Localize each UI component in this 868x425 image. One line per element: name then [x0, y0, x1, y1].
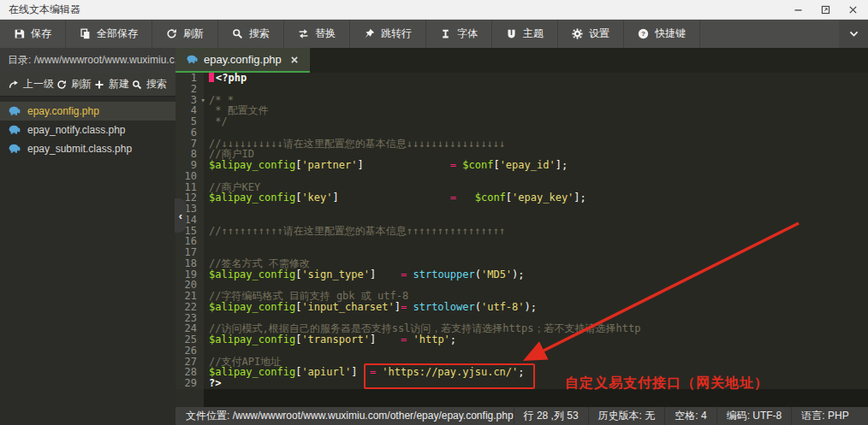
toolbar-button-label: 设置: [589, 27, 609, 41]
code-line-9[interactable]: 9$alipay_config['partner'] = $conf['epay…: [175, 160, 868, 171]
code-line-7[interactable]: 7//↓↓↓↓↓↓↓↓↓↓请在这里配置您的基本信息↓↓↓↓↓↓↓↓↓↓↓↓↓↓↓…: [175, 139, 868, 150]
code-line-3[interactable]: 3▾/* *: [175, 95, 868, 106]
maximize-button[interactable]: [818, 3, 832, 16]
line-number: 4: [175, 105, 204, 116]
status-file-location: 文件位置: /www/wwwroot/www.wuximiu.com/other…: [186, 409, 514, 423]
file-item-epay-notify-class-php[interactable]: epay_notify.class.php: [0, 121, 175, 139]
search-icon: [232, 28, 243, 39]
line-number: 1: [175, 73, 204, 84]
file-item-epay-submit-class-php[interactable]: epay_submit.class.php: [0, 139, 175, 158]
line-number: 17: [175, 247, 204, 258]
window-controls: [791, 3, 868, 16]
line-number: 10: [175, 171, 204, 182]
file-sidebar: 上一级刷新新建搜索 epay.config.phpepay_notify.cla…: [0, 73, 175, 425]
line-number: 18: [175, 258, 204, 269]
hotkeys-icon: ?: [638, 28, 649, 39]
code-line-4[interactable]: 4 * 配置文件: [175, 105, 868, 116]
line-number: 3▾: [175, 95, 204, 106]
code-line-10[interactable]: 10: [175, 171, 868, 182]
tab-close-button[interactable]: [290, 56, 299, 64]
minimize-button[interactable]: [791, 3, 805, 16]
code-line-15[interactable]: 15//↑↑↑↑↑↑↑↑↑↑请在这里配置您的基本信息↑↑↑↑↑↑↑↑↑↑↑↑↑↑…: [175, 226, 868, 237]
file-item-epay-config-php[interactable]: epay.config.php: [0, 102, 175, 121]
code-line-19[interactable]: 19$alipay_config['sign_type'] = strtoupp…: [175, 269, 868, 280]
toolbar-button-theme[interactable]: 主题: [492, 20, 558, 48]
line-number: 8: [175, 149, 204, 160]
search-icon: [132, 80, 142, 90]
toolbar-button-label: 跳转行: [381, 27, 412, 41]
editor-bottom-strip: [175, 389, 868, 407]
toolbar-button-label: 搜索: [249, 27, 270, 41]
sidebar-button-label: 新建: [109, 77, 129, 91]
code-area[interactable]: 1<?php23▾/* *4 * 配置文件5 */67//↓↓↓↓↓↓↓↓↓↓请…: [175, 73, 868, 389]
sidebar-collapse-handle[interactable]: ‹: [175, 198, 187, 233]
code-line-1[interactable]: 1<?php: [175, 73, 868, 84]
app-window: 在线文本编辑器 保存全部保存刷新搜索替换跳转行字体主题设置?快捷键 目录: /w…: [0, 0, 868, 425]
toolbar-button-label: 主题: [523, 27, 544, 41]
php-file-icon: [187, 54, 198, 65]
close-icon: [847, 4, 859, 15]
php-file-icon: [9, 106, 21, 116]
sidebar-toolbar: 上一级刷新新建搜索: [0, 73, 175, 97]
sidebar-button-label: 刷新: [71, 77, 92, 91]
close-button[interactable]: [846, 3, 859, 16]
code-editor[interactable]: 1<?php23▾/* *4 * 配置文件5 */67//↓↓↓↓↓↓↓↓↓↓请…: [175, 73, 868, 425]
toolbar-button-label: 全部保存: [97, 27, 138, 41]
replace-icon: [298, 28, 309, 39]
code-line-22[interactable]: 22$alipay_config['input_charset']= strto…: [175, 302, 868, 313]
code-line-2[interactable]: 2: [175, 84, 868, 95]
window-title: 在线文本编辑器: [0, 3, 791, 17]
status-encoding: 编码: UTF-8: [716, 407, 792, 425]
fold-caret-icon[interactable]: ▾: [201, 95, 205, 106]
code-line-content: [204, 236, 209, 247]
tab-epay-config-php[interactable]: epay.config.php: [175, 48, 310, 73]
title-bar: 在线文本编辑器: [0, 0, 868, 20]
font-icon: [440, 28, 451, 39]
code-line-5[interactable]: 5 */: [175, 116, 868, 127]
toolbar-button-font[interactable]: 字体: [426, 20, 492, 48]
toolbar-button-settings[interactable]: 设置: [558, 20, 624, 48]
toolbar-button-save-all[interactable]: 全部保存: [66, 20, 152, 48]
goto-line-icon: [364, 28, 375, 39]
code-line-content: $alipay_config['input_charset']= strtolo…: [204, 302, 537, 313]
code-line-28[interactable]: 28$alipay_config['apiurl'] = 'https://pa…: [175, 367, 868, 378]
code-line-16[interactable]: 16: [175, 236, 868, 247]
php-file-icon: [9, 144, 21, 154]
sidebar-button-search[interactable]: 搜索: [132, 77, 167, 91]
toolbar-button-label: 保存: [31, 27, 51, 41]
theme-icon: [506, 28, 517, 39]
line-number: 22: [175, 302, 204, 313]
sidebar-button-new[interactable]: 新建: [94, 77, 129, 91]
toolbar-button-refresh[interactable]: 刷新: [152, 20, 218, 48]
toolbar-button-goto-line[interactable]: 跳转行: [350, 20, 426, 48]
sidebar-button-label: 上一级: [23, 77, 54, 91]
minimize-icon: [793, 4, 804, 15]
sidebar-button-up-level[interactable]: 上一级: [9, 77, 54, 91]
toolbar-button-search[interactable]: 搜索: [218, 20, 284, 48]
sidebar-button-refresh[interactable]: 刷新: [56, 77, 92, 91]
code-line-25[interactable]: 25$alipay_config['transport'] = 'http';: [175, 334, 868, 345]
cursor-marker: [209, 73, 214, 82]
line-number: 5: [175, 116, 204, 127]
toolbar-button-replace[interactable]: 替换: [284, 20, 350, 48]
code-line-content: [204, 204, 209, 215]
refresh-icon: [166, 28, 177, 39]
refresh-icon: [56, 80, 67, 90]
status-cursor-position: 行 28 ,列 53: [514, 407, 588, 425]
line-number: 25: [175, 334, 204, 345]
toolbar-button-save[interactable]: 保存: [0, 20, 66, 48]
code-line-13[interactable]: 13: [175, 204, 868, 215]
maximize-icon: [820, 4, 831, 15]
toolbar-button-label: 刷新: [183, 27, 204, 41]
line-number: 29: [175, 378, 204, 389]
code-line-29[interactable]: 29?>: [175, 378, 868, 389]
code-line-12[interactable]: 12$alipay_config['key'] = $conf['epay_ke…: [175, 192, 868, 204]
path-tab-row: 目录: /www/wwwroot/www.wuximiu.c... epay.c…: [0, 48, 868, 73]
file-list: epay.config.phpepay_notify.class.phpepay…: [0, 97, 175, 425]
toolbar-overflow-button[interactable]: [839, 20, 868, 48]
file-item-label: epay_submit.class.php: [27, 143, 132, 155]
settings-icon: [572, 28, 583, 39]
code-line-content: $alipay_config['partner'] = $conf['epay_…: [204, 160, 568, 171]
toolbar-button-hotkeys[interactable]: ?快捷键: [624, 20, 700, 48]
toolbar-button-label: 字体: [457, 27, 478, 41]
